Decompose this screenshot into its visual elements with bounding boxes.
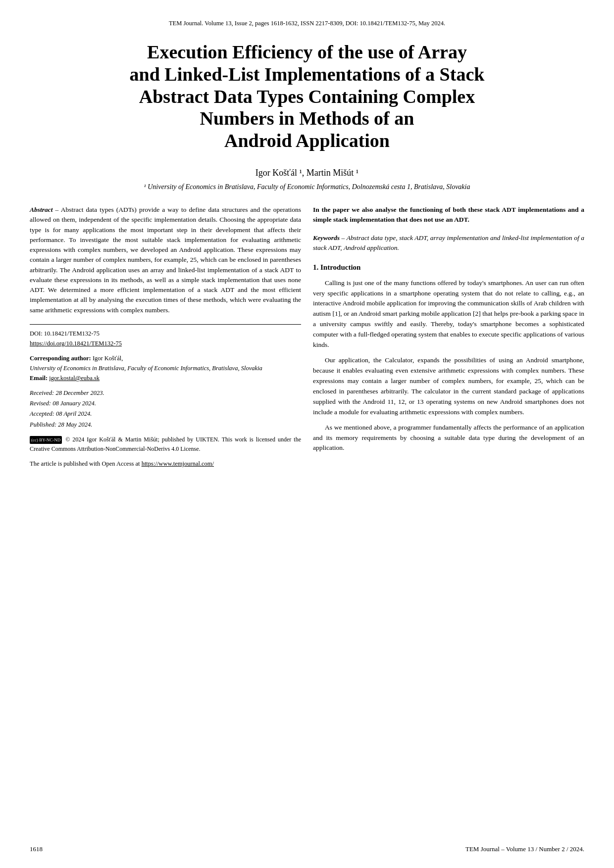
section1-title: 1. Introduction: [313, 262, 584, 273]
left-column: Abstract – Abstract data types (ADTs) pr…: [30, 205, 301, 469]
right-top-text: In the paper we also analyse the functio…: [313, 206, 584, 223]
two-column-section: Abstract – Abstract data types (ADTs) pr…: [30, 205, 584, 469]
section1-number: 1.: [313, 263, 318, 271]
affiliation-line: ¹ University of Economics in Bratislava,…: [30, 183, 584, 191]
page-footer: 1618 TEM Journal – Volume 13 / Number 2 …: [30, 845, 584, 853]
doi-link-wrapper[interactable]: https://doi.org/10.18421/TEM132-75: [30, 338, 301, 348]
authors-text: Igor Košťál ¹, Martin Mišút ¹: [256, 168, 358, 178]
title-line3: Abstract Data Types Containing Complex: [139, 86, 475, 107]
title-line4: Numbers in Methods of an: [200, 108, 414, 129]
open-access-text: The article is published with Open Acces…: [30, 460, 140, 467]
right-top-paragraph: In the paper we also analyse the functio…: [313, 205, 584, 225]
doi-label: DOI: 10.18421/TEM132-75: [30, 329, 301, 338]
email-label: Email:: [30, 375, 48, 382]
title-line2: and Linked-List Implementations of a Sta…: [130, 64, 485, 85]
paper-title: Execution Efficiency of the use of Array…: [30, 41, 584, 152]
license-text: © 2024 Igor Košťál & Martin Mišút; publi…: [30, 436, 301, 452]
journal-reference: TEM Journal – Volume 13 / Number 2 / 202…: [465, 845, 584, 853]
abstract-text: Abstract – Abstract data types (ADTs) pr…: [30, 205, 301, 315]
page-number: 1618: [30, 845, 43, 853]
keywords-block: Keywords – Abstract data type, stack ADT…: [313, 233, 584, 253]
abstract-dash: –: [53, 206, 61, 213]
abstract-body: Abstract data types (ADTs) provide a way…: [30, 206, 301, 314]
abstract-block: Abstract – Abstract data types (ADTs) pr…: [30, 205, 301, 315]
authors-line: Igor Košťál ¹, Martin Mišút ¹: [30, 168, 584, 178]
doi-block: DOI: 10.18421/TEM132-75 https://doi.org/…: [30, 324, 301, 348]
section1-title-text: Introduction: [320, 263, 360, 271]
received-date: Received: 28 December 2023.: [30, 388, 301, 398]
page: TEM Journal. Volume 13, Issue 2, pages 1…: [0, 0, 614, 868]
section1-body: Calling is just one of the many function…: [313, 278, 584, 454]
open-access-block: The article is published with Open Acces…: [30, 459, 301, 469]
affiliation-text: ¹ University of Economics in Bratislava,…: [144, 183, 470, 191]
journal-meta: TEM Journal. Volume 13, Issue 2, pages 1…: [30, 20, 584, 27]
dates-block: Received: 28 December 2023. Revised: 08 …: [30, 388, 301, 430]
corresponding-author-block: Corresponding author: Igor Košťál, Unive…: [30, 353, 301, 383]
corresponding-affiliation: University of Economics in Bratislava, F…: [30, 365, 262, 372]
corresponding-name: Igor Košťál,: [93, 355, 123, 362]
keywords-label: Keywords: [313, 234, 340, 241]
open-access-link[interactable]: https://www.temjournal.com/: [142, 460, 214, 467]
title-line1: Execution Efficiency of the use of Array: [147, 42, 467, 62]
keywords-dash: –: [340, 234, 347, 241]
keywords-text: Abstract data type, stack ADT, array imp…: [313, 234, 584, 251]
abstract-label: Abstract: [30, 206, 53, 213]
right-column: In the paper we also analyse the functio…: [313, 205, 584, 469]
license-block: (cc) BY-NC-ND © 2024 Igor Košťál & Marti…: [30, 435, 301, 454]
section1-para1: Calling is just one of the many function…: [313, 278, 584, 350]
accepted-date: Accepted: 08 April 2024.: [30, 409, 301, 419]
title-line5: Android Application: [224, 130, 390, 151]
corresponding-label: Corresponding author:: [30, 355, 91, 362]
section1-para3: As we mentioned above, a programmer fund…: [313, 423, 584, 454]
email-link[interactable]: igor.kostal@euba.sk: [49, 375, 100, 382]
section1-para2: Our application, the Calculator, expands…: [313, 355, 584, 418]
published-date: Published: 28 May 2024.: [30, 420, 301, 430]
license-icon: (cc) BY-NC-ND: [30, 436, 62, 444]
revised-date: Revised: 08 January 2024.: [30, 398, 301, 409]
journal-meta-text: TEM Journal. Volume 13, Issue 2, pages 1…: [169, 20, 445, 27]
doi-link[interactable]: https://doi.org/10.18421/TEM132-75: [30, 340, 122, 347]
